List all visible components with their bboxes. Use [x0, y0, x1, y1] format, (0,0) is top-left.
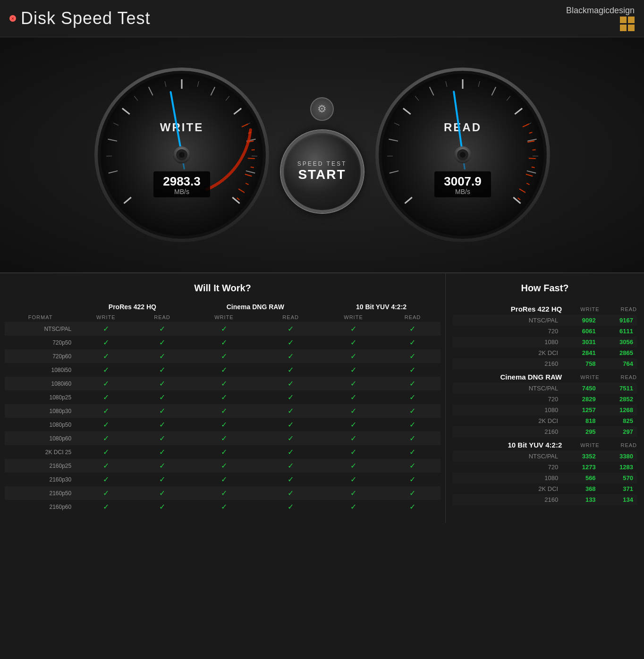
hf-write-value: 9092	[562, 315, 599, 326]
wic-check-cell: ✓	[76, 486, 136, 500]
wic-format-cell: 1080p50	[5, 418, 76, 431]
check-mark: ✓	[159, 407, 165, 415]
write-gauge-wrapper: WRITE 2983.3 MB/s	[92, 65, 271, 245]
check-mark: ✓	[221, 462, 227, 470]
check-mark: ✓	[350, 352, 356, 360]
wic-check-cell: ✓	[136, 390, 188, 404]
wic-check-cell: ✓	[76, 418, 136, 431]
start-button[interactable]: SPEED TEST START	[281, 130, 364, 213]
check-mark: ✓	[221, 380, 227, 388]
wic-check-cell: ✓	[322, 486, 385, 500]
wic-check-cell: ✓	[76, 431, 136, 445]
check-mark: ✓	[103, 489, 109, 497]
wic-check-cell: ✓	[189, 473, 260, 486]
wic-check-cell: ✓	[259, 404, 322, 418]
wic-check-cell: ✓	[189, 418, 260, 431]
wic-prores-header: ProRes 422 HQ	[76, 301, 188, 313]
check-mark: ✓	[221, 393, 227, 401]
hf-write-value: 368	[562, 483, 599, 494]
wic-check-cell: ✓	[76, 473, 136, 486]
wic-check-cell: ✓	[259, 390, 322, 404]
hf-row-label: 720	[453, 394, 562, 405]
hf-read-value: 764	[600, 358, 637, 369]
hf-write-col-label: WRITE	[562, 369, 599, 383]
how-fast-table: ProRes 422 HQ WRITE READ NTSC/PAL 9092 9…	[453, 301, 637, 505]
check-mark: ✓	[221, 448, 227, 456]
hf-read-value: 570	[600, 473, 637, 483]
check-mark: ✓	[159, 503, 165, 511]
wic-check-cell: ✓	[76, 459, 136, 473]
check-mark: ✓	[159, 448, 165, 456]
brand-logo: Blackmagicdesign	[566, 6, 635, 31]
app-title: Disk Speed Test	[21, 8, 150, 28]
hf-write-value: 295	[562, 426, 599, 437]
hf-group-label: Cinema DNG RAW	[453, 369, 562, 383]
check-mark: ✓	[103, 407, 109, 415]
hf-row: 720 6061 6111	[453, 326, 637, 337]
hf-write-value: 758	[562, 358, 599, 369]
check-mark: ✓	[409, 421, 415, 429]
hf-row-label: 2K DCI	[453, 415, 562, 426]
hf-write-value: 2829	[562, 394, 599, 405]
wic-check-cell: ✓	[259, 322, 322, 336]
wic-check-cell: ✓	[76, 349, 136, 363]
svg-line-26	[247, 158, 254, 159]
check-mark: ✓	[350, 407, 356, 415]
hf-row: NTSC/PAL 3352 3380	[453, 451, 637, 462]
hf-row-label: 720	[453, 462, 562, 473]
wic-format-cell: NTSC/PAL	[5, 322, 76, 336]
wic-row: NTSC/PAL✓✓✓✓✓✓	[5, 322, 441, 336]
check-mark: ✓	[350, 448, 356, 456]
wic-check-cell: ✓	[385, 404, 441, 418]
check-mark: ✓	[409, 448, 415, 456]
wic-format-cell: 1080p25	[5, 390, 76, 404]
hf-row-label: 1080	[453, 337, 562, 347]
wic-check-cell: ✓	[385, 322, 441, 336]
hf-write-col-label: WRITE	[562, 301, 599, 315]
hf-row-label: 2K DCI	[453, 347, 562, 358]
hf-read-value: 371	[600, 483, 637, 494]
wic-check-cell: ✓	[259, 473, 322, 486]
hf-read-value: 6111	[600, 326, 637, 337]
svg-line-27	[250, 167, 254, 168]
wic-col-header: READ	[136, 313, 188, 322]
wic-check-cell: ✓	[136, 486, 188, 500]
wic-check-cell: ✓	[322, 473, 385, 486]
check-mark: ✓	[288, 366, 294, 374]
hf-read-value: 1268	[600, 405, 637, 415]
wic-check-cell: ✓	[136, 418, 188, 431]
check-mark: ✓	[221, 434, 227, 442]
hf-row-label: 2160	[453, 494, 562, 505]
hf-row-label: 2160	[453, 426, 562, 437]
hf-read-col-label: READ	[600, 437, 637, 451]
svg-text:3007.9: 3007.9	[444, 174, 482, 188]
wic-check-cell: ✓	[385, 349, 441, 363]
check-mark: ✓	[221, 366, 227, 374]
hf-row-label: 1080	[453, 473, 562, 483]
check-mark: ✓	[288, 325, 294, 333]
wic-col-header: WRITE	[189, 313, 260, 322]
wic-check-cell: ✓	[259, 459, 322, 473]
title-bar: × Disk Speed Test Blackmagicdesign	[0, 0, 644, 37]
settings-button[interactable]: ⚙	[310, 97, 334, 121]
svg-point-38	[179, 152, 185, 158]
wic-check-cell: ✓	[385, 390, 441, 404]
hf-row: 2160 295 297	[453, 426, 637, 437]
close-button[interactable]: ×	[9, 15, 16, 22]
wic-col-header: WRITE	[76, 313, 136, 322]
wic-format-cell: 2160p30	[5, 473, 76, 486]
hf-write-value: 3352	[562, 451, 599, 462]
wic-check-cell: ✓	[259, 336, 322, 349]
wic-row: 720p50✓✓✓✓✓✓	[5, 336, 441, 349]
wic-check-cell: ✓	[76, 363, 136, 377]
check-mark: ✓	[159, 475, 165, 483]
check-mark: ✓	[350, 380, 356, 388]
wic-check-cell: ✓	[322, 418, 385, 431]
check-mark: ✓	[350, 393, 356, 401]
title-bar-left: × Disk Speed Test	[9, 8, 150, 28]
wic-check-cell: ✓	[385, 486, 441, 500]
check-mark: ✓	[288, 489, 294, 497]
wic-yuv-header: 10 Bit YUV 4:2:2	[322, 301, 441, 313]
wic-row: 2160p60✓✓✓✓✓✓	[5, 500, 441, 514]
hf-row-label: NTSC/PAL	[453, 451, 562, 462]
